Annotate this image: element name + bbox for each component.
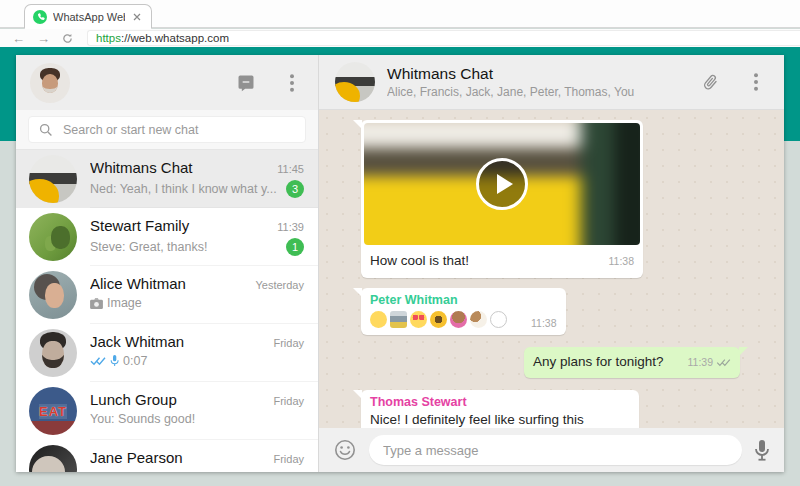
my-profile-avatar[interactable] xyxy=(30,63,70,103)
search-row xyxy=(16,110,318,150)
url-text: ://web.whatsapp.com xyxy=(121,32,229,44)
bubble-tail xyxy=(353,120,362,129)
browser-toolbar: ← → https://web.whatsapp.com xyxy=(0,29,800,47)
chat-list-item-alice-whitman[interactable]: Alice Whitman Yesterday Image xyxy=(16,266,318,324)
search-icon xyxy=(39,123,53,137)
message-input[interactable] xyxy=(369,435,742,465)
browser-tab-strip: WhatsApp Web xyxy=(0,0,800,28)
video-thumbnail-tram xyxy=(364,123,640,245)
message-time: 11:38 xyxy=(531,317,557,329)
sidebar-menu-kebab-icon[interactable] xyxy=(280,71,304,95)
avatar-text: EAT xyxy=(39,404,67,419)
chat-name: Alice Whitman xyxy=(90,275,249,292)
chat-name: Whitmans Chat xyxy=(90,159,271,176)
unread-badge: 3 xyxy=(286,180,304,198)
avatar: EAT xyxy=(29,387,77,435)
conversation-title: Whitmans Chat xyxy=(387,65,634,83)
tram-emoji-icon xyxy=(390,311,407,328)
chat-preview: You: Sounds good! xyxy=(90,412,304,426)
message-bubble-peter: Peter Whitman 11:38 xyxy=(361,288,566,335)
chat-list-item-whitmans-chat[interactable]: Whitmans Chat 11:45 Ned: Yeah, I think I… xyxy=(16,150,318,208)
dog-face-emoji-icon xyxy=(470,311,487,328)
chat-time: 11:39 xyxy=(277,221,304,233)
chat-preview: Ned: Yeah, I think I know what y... xyxy=(90,182,280,196)
chat-time: Friday xyxy=(273,395,304,407)
avatar xyxy=(29,155,77,203)
sidebar-header xyxy=(16,55,318,110)
conversation-avatar[interactable] xyxy=(335,62,375,102)
attach-paperclip-icon[interactable] xyxy=(698,70,722,94)
unread-badge: 1 xyxy=(286,238,304,256)
emoji-picker-icon[interactable] xyxy=(333,438,357,462)
search-box[interactable] xyxy=(28,116,306,143)
conversation-pane: Whitmans Chat Alice, Francis, Jack, Jane… xyxy=(319,55,784,472)
chat-time: Friday xyxy=(273,337,304,349)
url-scheme: https xyxy=(96,32,121,44)
message-time: 11:39 xyxy=(688,356,714,368)
chat-name: Lunch Group xyxy=(90,391,267,408)
search-input[interactable] xyxy=(63,123,295,137)
thought-balloon-emoji-icon xyxy=(490,311,507,328)
chat-list-item-jane-pearson[interactable]: Jane Pearson Friday xyxy=(16,440,318,472)
chat-preview-text: 0:07 xyxy=(123,354,147,368)
chat-list-item-stewart-family[interactable]: Stewart Family 11:39 Steve: Great, thank… xyxy=(16,208,318,266)
reload-icon[interactable] xyxy=(62,33,73,44)
whatsapp-app-window: Whitmans Chat 11:45 Ned: Yeah, I think I… xyxy=(16,55,784,472)
whatsapp-web-browser-window: WhatsApp Web ← → https://web.whatsapp.co… xyxy=(0,0,800,486)
chat-time: 11:45 xyxy=(277,163,304,175)
camera-icon xyxy=(90,298,103,309)
emoji-row xyxy=(370,309,507,329)
bubble-tail xyxy=(353,288,362,297)
delivered-double-check-icon xyxy=(716,358,731,367)
heart-eyes-emoji-icon xyxy=(410,311,427,328)
tab-close-icon[interactable] xyxy=(131,11,143,23)
avatar xyxy=(29,213,77,261)
message-video-bubble: How cool is that! 11:38 xyxy=(361,120,643,278)
avatar xyxy=(29,271,77,319)
relieved-face-emoji-icon xyxy=(370,311,387,328)
back-icon[interactable]: ← xyxy=(12,32,25,45)
conversation-participants: Alice, Francis, Jack, Jane, Peter, Thoma… xyxy=(387,85,634,99)
avatar xyxy=(29,329,77,377)
double-check-read-icon xyxy=(90,356,106,366)
person-tipping-hand-emoji-icon xyxy=(450,311,467,328)
chat-list: Whitmans Chat 11:45 Ned: Yeah, I think I… xyxy=(16,150,318,472)
composer-bar xyxy=(319,428,784,472)
voice-mic-icon xyxy=(110,355,119,367)
address-bar[interactable]: https://web.whatsapp.com xyxy=(87,30,800,46)
message-time: 11:38 xyxy=(609,255,635,267)
chat-list-item-lunch-group[interactable]: EAT Lunch Group Friday You: Sounds good! xyxy=(16,382,318,440)
whatsapp-favicon-icon xyxy=(33,10,47,24)
chat-time: Friday xyxy=(273,453,304,465)
message-author: Peter Whitman xyxy=(370,293,557,307)
avatar xyxy=(29,445,77,472)
sidebar: Whitmans Chat 11:45 Ned: Yeah, I think I… xyxy=(16,55,319,472)
browser-tab[interactable]: WhatsApp Web xyxy=(24,4,152,29)
voice-record-mic-icon[interactable] xyxy=(754,439,770,461)
message-bubble-outgoing: Any plans for tonight? 11:39 xyxy=(524,347,740,378)
new-chat-icon[interactable] xyxy=(234,71,258,95)
message-text: Nice! I definitely feel like surfing thi… xyxy=(370,411,630,428)
chat-name: Stewart Family xyxy=(90,217,271,234)
chat-preview-text: Image xyxy=(107,296,142,310)
chat-name: Jane Pearson xyxy=(90,449,267,466)
message-text: Any plans for tonight? xyxy=(533,353,664,371)
chat-preview: Steve: Great, thanks! xyxy=(90,240,280,254)
message-list: How cool is that! 11:38 Peter Whitman xyxy=(319,110,784,428)
tab-title: WhatsApp Web xyxy=(53,11,125,23)
conversation-menu-kebab-icon[interactable] xyxy=(744,70,768,94)
bubble-tail xyxy=(353,390,362,399)
message-author: Thomas Stewart xyxy=(370,395,630,409)
forward-icon[interactable]: → xyxy=(37,32,50,45)
conversation-header: Whitmans Chat Alice, Francis, Jack, Jane… xyxy=(319,55,784,110)
bubble-tail xyxy=(739,347,748,356)
chat-time: Yesterday xyxy=(255,279,304,291)
message-bubble-thomas: Thomas Stewart Nice! I definitely feel l… xyxy=(361,390,639,428)
sunflower-emoji-icon xyxy=(430,311,447,328)
chat-list-item-jack-whitman[interactable]: Jack Whitman Friday 0:07 xyxy=(16,324,318,382)
chat-name: Jack Whitman xyxy=(90,333,267,350)
message-text: How cool is that! xyxy=(370,252,469,270)
play-button-icon[interactable] xyxy=(476,158,528,210)
